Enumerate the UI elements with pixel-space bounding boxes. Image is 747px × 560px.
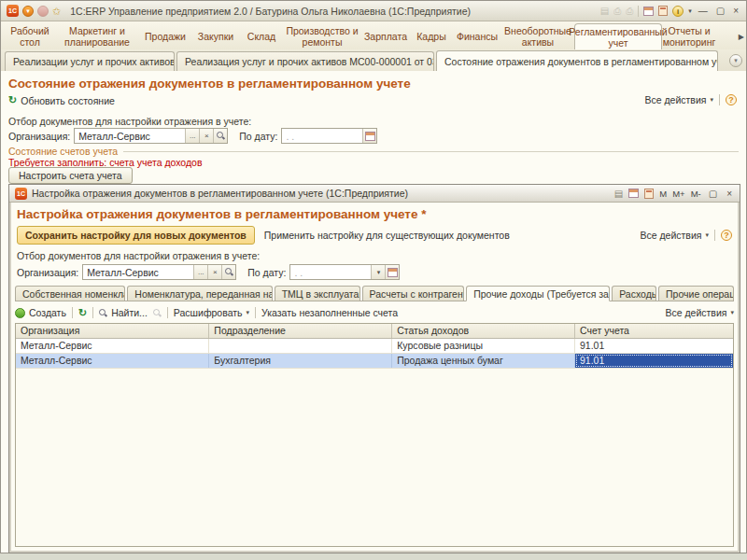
calendar-icon[interactable] <box>643 7 654 16</box>
clear-button[interactable]: × <box>207 265 221 279</box>
refresh-button[interactable]: ↻ <box>78 307 87 319</box>
divider <box>72 307 73 318</box>
search-icon <box>225 268 233 276</box>
save-icon[interactable]: ▤ <box>600 6 609 16</box>
tab-commission-nomenclature[interactable]: Номенклатура, переданная на коми... <box>127 286 272 301</box>
date-field[interactable]: . . ▾ <box>289 264 400 280</box>
document-tabs: Реализации услуг и прочих активов × Реал… <box>1 49 746 71</box>
create-button[interactable]: Создать <box>15 307 66 318</box>
calendar-icon <box>365 132 375 141</box>
table-row-selected[interactable]: Металл-Сервис Бухгалтерия Продажа ценных… <box>16 354 733 369</box>
search-icon <box>217 132 225 140</box>
date-field[interactable]: . . <box>281 128 377 144</box>
section-tab-payroll[interactable]: Зарплата <box>361 23 410 49</box>
section-tab-regulated-accounting[interactable]: Регламентированный учет <box>574 23 662 49</box>
minimize-button[interactable]: — <box>697 6 710 16</box>
save-settings-button[interactable]: Сохранить настройку для новых документов <box>17 226 255 245</box>
screen: 1С ▾ ✩ 1С:ERP Управление предприятием 2.… <box>0 0 747 560</box>
section-tab-assets[interactable]: Внеоборотные активы <box>501 23 574 49</box>
chevron-down-icon: ▾ <box>710 96 713 104</box>
print-icon[interactable]: ⎙ <box>613 6 621 17</box>
column-header-account[interactable]: Счет учета <box>575 324 733 338</box>
current-cell[interactable]: 91.01 <box>575 354 733 368</box>
column-header-income-item[interactable]: Статья доходов <box>392 324 575 338</box>
all-actions-button[interactable]: Все действия ▾ <box>665 307 734 318</box>
open-button[interactable] <box>213 129 227 143</box>
section-tab-production[interactable]: Производство и ремонты <box>283 23 361 49</box>
clipboard-icon[interactable]: ▤ <box>614 189 623 199</box>
divider <box>167 307 168 318</box>
favorites-star-icon[interactable]: ✩ <box>52 6 61 17</box>
section-tab-desktop[interactable]: Рабочий стол <box>5 23 55 49</box>
section-tab-warehouse[interactable]: Склад <box>240 23 283 49</box>
tab-list-dropdown[interactable]: ▾ <box>729 54 742 67</box>
tab-tmc-in-use[interactable]: ТМЦ в эксплуатации <box>275 286 360 301</box>
find-button[interactable]: Найти... <box>99 307 148 318</box>
calendar-button[interactable] <box>362 129 376 143</box>
close-button[interactable]: × <box>725 189 734 199</box>
decrypt-button[interactable]: Расшифровать ▾ <box>174 307 249 318</box>
info-icon[interactable]: i <box>672 6 684 17</box>
memory-button[interactable]: М <box>659 189 667 199</box>
history-button[interactable] <box>37 6 49 17</box>
section-tab-finance[interactable]: Финансы <box>453 23 501 49</box>
apply-settings-button[interactable]: Применить настройку для существующих док… <box>264 230 510 241</box>
calculator-icon[interactable] <box>644 189 654 199</box>
column-header-department[interactable]: Подразделение <box>209 324 392 338</box>
calendar-button[interactable] <box>385 265 399 279</box>
scroll-right-icon[interactable]: ▶ <box>739 33 744 41</box>
section-tab-hr[interactable]: Кадры <box>410 23 453 49</box>
choose-button[interactable]: ... <box>193 265 207 279</box>
cancel-search-button[interactable] <box>153 309 162 317</box>
help-icon[interactable]: ? <box>726 94 737 105</box>
desktop-strip <box>0 553 747 560</box>
section-tab-marketing[interactable]: Маркетинг и планирование <box>55 23 139 49</box>
org-field[interactable]: Металл-Сервис ... × <box>74 128 228 144</box>
calculator-icon[interactable] <box>658 6 668 16</box>
window-title: 1С:ERP Управление предприятием 2.0 / Бат… <box>70 6 471 17</box>
column-header-organization[interactable]: Организация <box>16 324 209 338</box>
tab-other-operations[interactable]: Прочие операции <box>658 286 734 301</box>
titlebar-controls: ▤ ⎙ ⎙ i ▾ — ▢ × <box>600 6 740 17</box>
app-window: 1С ▾ ✩ 1С:ERP Управление предприятием 2.… <box>0 0 747 553</box>
chevron-down-icon[interactable]: ▾ <box>688 7 692 15</box>
date-label: По дату: <box>247 267 286 278</box>
table-row[interactable]: Металл-Сервис Курсовые разницы 91.01 <box>16 339 733 354</box>
tab-expenses[interactable]: Расходы <box>612 286 656 301</box>
close-button[interactable]: × <box>731 6 740 16</box>
calendar-icon[interactable] <box>628 189 639 198</box>
org-field[interactable]: Металл-Сервис ... × <box>82 264 236 280</box>
dialog-titlebar: 1С Настройка отражения документов в регл… <box>9 185 740 203</box>
all-actions-button[interactable]: Все действия ▾ <box>644 94 713 105</box>
preview-icon[interactable]: ⎙ <box>626 6 633 17</box>
dialog-title: Настройка отражения документов в регламе… <box>32 188 408 199</box>
calendar-icon <box>388 268 398 277</box>
dropdown-button[interactable]: ▾ <box>371 265 385 279</box>
doc-tab-2[interactable]: Реализация услуг и прочих активов МС00-0… <box>176 51 434 71</box>
main-menu-button[interactable]: ▾ <box>22 6 34 17</box>
tab-other-income[interactable]: Прочие доходы (Требуется заполни... <box>466 286 610 301</box>
settings-dialog: 1С Настройка отражения документов в регл… <box>8 184 740 553</box>
maximize-button[interactable]: ▢ <box>707 189 719 199</box>
all-actions-button[interactable]: Все действия ▾ <box>640 230 709 241</box>
refresh-status-button[interactable]: ↻ Обновить состояние <box>8 94 115 106</box>
choose-button[interactable]: ... <box>185 129 199 143</box>
maximize-button[interactable]: ▢ <box>714 6 726 16</box>
tab-own-nomenclature[interactable]: Собственная номенклатура <box>15 286 125 301</box>
help-icon[interactable]: ? <box>721 230 732 241</box>
memory-minus-button[interactable]: М- <box>691 189 701 199</box>
tab-counterparty-settlements[interactable]: Расчеты с контрагентами <box>362 286 465 301</box>
divider <box>123 151 739 152</box>
doc-tab-1[interactable]: Реализации услуг и прочих активов × <box>5 51 175 71</box>
section-tab-sales[interactable]: Продажи <box>139 23 191 49</box>
page-title: Состояние отражения документов в регламе… <box>8 77 411 91</box>
open-button[interactable] <box>221 265 235 279</box>
doc-tab-3[interactable]: Состояние отражения документов в регламе… <box>436 50 718 71</box>
section-tab-purchases[interactable]: Закупки <box>191 23 240 49</box>
clear-button[interactable]: × <box>199 129 213 143</box>
section-tab-reports[interactable]: Отчеты и мониторинг <box>662 23 716 49</box>
accounts-table: Организация Подразделение Статья доходов… <box>15 323 734 547</box>
fill-empty-accounts-button[interactable]: Указать незаполненные счета <box>261 307 398 318</box>
setup-accounts-button[interactable]: Настроить счета учета <box>8 167 133 184</box>
memory-plus-button[interactable]: М+ <box>672 189 684 199</box>
